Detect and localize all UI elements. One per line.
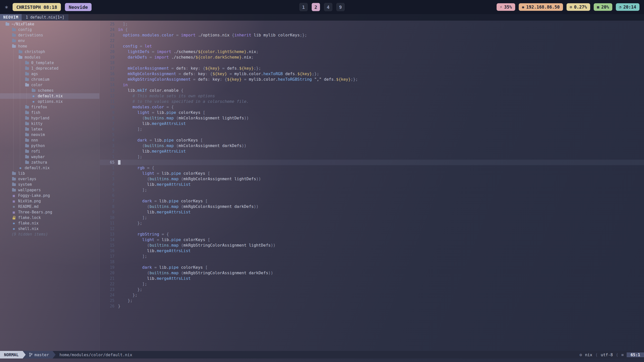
workspace-9[interactable]: 9: [336, 3, 345, 11]
code-line[interactable]: 24in {: [100, 27, 644, 32]
code-line[interactable]: 21 config = let: [100, 43, 644, 49]
tree-item-firefox[interactable]: firefox: [0, 104, 99, 110]
tree-item-0_template[interactable]: 0_template: [0, 60, 99, 66]
workspace-2[interactable]: 2: [312, 3, 320, 11]
stat-network[interactable]: ◉192.168.86.50: [519, 3, 563, 11]
code-line[interactable]: 17 ];: [100, 254, 644, 259]
tree-item-neovim[interactable]: neovim: [0, 132, 99, 138]
code-line[interactable]: 22 ];: [100, 281, 644, 287]
code-line[interactable]: 13 rgbString = {: [100, 232, 644, 237]
code-line[interactable]: 12: [100, 226, 644, 232]
code-line[interactable]: 20 (builtins.map (mkRgbStringColorAssign…: [100, 270, 644, 276]
code-line[interactable]: 18: [100, 60, 644, 66]
code-line[interactable]: 19 darkDefs = import ./schemes/${color.d…: [100, 55, 644, 60]
tree-item-default.nix[interactable]: ∗default.nix: [0, 165, 99, 171]
code-line[interactable]: 3 (builtins.map (mkRgbColorAssignment li…: [100, 176, 644, 182]
code-line[interactable]: 11 };: [100, 220, 644, 226]
code-line[interactable]: 23 options.modules.color = import ./opti…: [100, 32, 644, 38]
tree-item-config[interactable]: config: [0, 27, 99, 32]
code-line[interactable]: 21 lib.mergeAttrsList: [100, 276, 644, 281]
code-line[interactable]: 16 lib.mergeAttrsList: [100, 248, 644, 254]
code-line[interactable]: 8 (builtins.map (mkRgbColorAssignment da…: [100, 204, 644, 209]
code-line[interactable]: 2 light = lib.pipe colorKeys [: [100, 171, 644, 176]
code-line[interactable]: 23 };: [100, 287, 644, 292]
code-line[interactable]: 14 light = lib.pipe colorKeys [: [100, 237, 644, 243]
code-line[interactable]: 6 ];: [100, 126, 644, 132]
tree-item-overlays[interactable]: overlays: [0, 176, 99, 182]
code-line[interactable]: 25 ];: [100, 21, 644, 27]
tree-item-three-bears.png[interactable]: ▦Three-Bears.png: [0, 209, 99, 215]
tree-item-env[interactable]: env: [0, 38, 99, 43]
code-line[interactable]: 8 (builtins.map (mkColorAssignment light…: [100, 115, 644, 121]
code-line[interactable]: 10 modules.color = {: [100, 104, 644, 110]
tree-item-~-nixflake[interactable]: ~/NixFlake: [0, 21, 99, 27]
tree-item-hyprland[interactable]: hyprland: [0, 115, 99, 121]
tree-item-foggy-lake.png[interactable]: ▦Foggy-Lake.png: [0, 193, 99, 198]
code-line[interactable]: 5 ];: [100, 187, 644, 193]
code-line[interactable]: 7 dark = lib.pipe colorKeys [: [100, 198, 644, 204]
code-line[interactable]: 24 };: [100, 292, 644, 298]
tree-item-modules[interactable]: modules: [0, 55, 99, 60]
stat-battery[interactable]: ⚡35%: [497, 3, 515, 11]
code-line[interactable]: 15 mkRgbStringColorAssignment = defs: ke…: [100, 77, 644, 82]
tree-item-ags[interactable]: ags: [0, 71, 99, 77]
tree-item-rofi[interactable]: rofi: [0, 149, 99, 154]
tree-item-nixvim.png[interactable]: ▦NixVim.png: [0, 198, 99, 204]
code-line[interactable]: 15 (builtins.map (mkRgbStringColorAssign…: [100, 243, 644, 248]
code-line[interactable]: 11 # to the values specified in a colors…: [100, 99, 644, 104]
code-line[interactable]: 18: [100, 259, 644, 265]
workspace-4[interactable]: 4: [324, 3, 332, 11]
code-line[interactable]: 13 lib.mkIf color.enable {: [100, 88, 644, 93]
code-line[interactable]: 9 light = lib.pipe colorKeys [: [100, 110, 644, 115]
tree-item-lib[interactable]: lib: [0, 171, 99, 176]
tree-item-python[interactable]: python: [0, 143, 99, 149]
tree-item-1_deprecated[interactable]: 1_deprecated: [0, 66, 99, 71]
code-line[interactable]: 6: [100, 193, 644, 198]
tree-item-nnn[interactable]: nnn: [0, 138, 99, 143]
tree-item-color[interactable]: color: [0, 82, 99, 88]
code-line[interactable]: 10 ];: [100, 215, 644, 220]
tree-item-latex[interactable]: latex: [0, 126, 99, 132]
code-line[interactable]: 14 in: [100, 82, 644, 88]
tree-item-wallpapers[interactable]: wallpapers: [0, 187, 99, 193]
code-line[interactable]: 4 dark = lib.pipe colorKeys [: [100, 138, 644, 143]
tree-item-schemes[interactable]: schemes: [0, 88, 99, 93]
tree-item-home[interactable]: home: [0, 43, 99, 49]
code-line[interactable]: 1 ];: [100, 154, 644, 160]
tree-item-derivations[interactable]: derivations: [0, 32, 99, 38]
code-line[interactable]: 22: [100, 38, 644, 43]
tree-item-fish[interactable]: fish: [0, 110, 99, 115]
code-line[interactable]: 12 # This module sets its own options: [100, 93, 644, 99]
stat-clock[interactable]: ◔20:14: [616, 3, 639, 11]
code-line[interactable]: 9 lib.mergeAttrsList: [100, 209, 644, 215]
tree-item-readme.md[interactable]: ≡README.md: [0, 204, 99, 209]
code-line[interactable]: 20 lightDefs = import ./schemes/${color.…: [100, 49, 644, 55]
tree-item-system[interactable]: system: [0, 182, 99, 187]
code-line[interactable]: 4 lib.mergeAttrsList: [100, 182, 644, 187]
tree-item-shell.nix[interactable]: ∗shell.nix: [0, 226, 99, 232]
code-line[interactable]: 17 mkColorAssignment = defs: key: {${key…: [100, 66, 644, 71]
code-line[interactable]: 1 rgb = {: [100, 165, 644, 171]
code-line[interactable]: 26}: [100, 303, 644, 309]
code-line-current[interactable]: 65: [100, 160, 644, 165]
code-line[interactable]: 16 mkRgbColorAssignment = defs: key: {${…: [100, 71, 644, 77]
stat-cpu-load[interactable]: ⚙0.27%: [567, 3, 590, 11]
tab-default-nix[interactable]: 1 default.nix[1+]: [22, 14, 68, 21]
editor[interactable]: 25 ];24in {23 options.modules.color = im…: [100, 21, 644, 351]
code-line[interactable]: 5: [100, 132, 644, 138]
tree-item-default.nix[interactable]: ∗default.nix: [0, 93, 99, 99]
tree-item-christoph[interactable]: christoph: [0, 49, 99, 55]
tree-item-waybar[interactable]: waybar: [0, 154, 99, 160]
code-line[interactable]: 7 lib.mergeAttrsList: [100, 121, 644, 126]
code-line[interactable]: 25 };: [100, 298, 644, 303]
tree-item-options.nix[interactable]: ∗options.nix: [0, 99, 99, 104]
workspace-1[interactable]: 1: [299, 3, 308, 11]
tree-item-kitty[interactable]: kitty: [0, 121, 99, 126]
tree-item-zathura[interactable]: zathura: [0, 160, 99, 165]
stat-memory[interactable]: ▦20%: [594, 3, 612, 11]
code-line[interactable]: 3 (builtins.map (mkColorAssignment darkD…: [100, 143, 644, 149]
code-line[interactable]: 2 lib.mergeAttrsList: [100, 149, 644, 154]
tree-item-flake.lock[interactable]: flake.lock: [0, 215, 99, 220]
tree-item--9-hidden-items-[interactable]: (9 hidden items): [0, 232, 99, 237]
code-line[interactable]: 19 dark = lib.pipe colorKeys [: [100, 265, 644, 270]
